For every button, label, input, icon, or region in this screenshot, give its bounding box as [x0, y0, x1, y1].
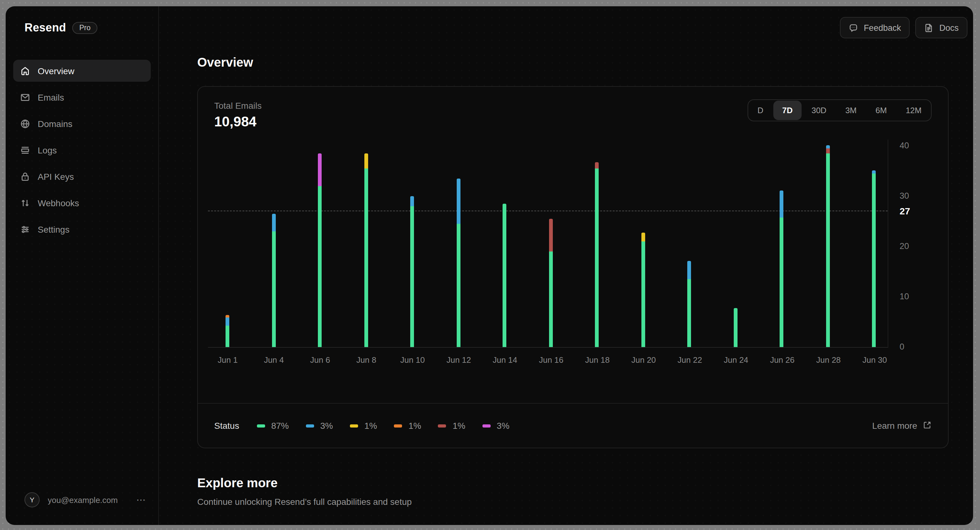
range-option-d[interactable]: D — [749, 101, 772, 120]
desktop-background: Resend Pro OverviewEmailsDomainsLogsAPI … — [0, 0, 980, 530]
arrows-up-down-icon — [19, 197, 30, 208]
legend-swatch-status-magenta — [482, 424, 490, 427]
user-email: you@example.com — [48, 495, 128, 504]
legend-item-status-orange: 1% — [394, 421, 421, 431]
bar-jun-28[interactable] — [826, 145, 830, 347]
sidebar-item-overview[interactable]: Overview — [13, 60, 151, 82]
bar-jun-1[interactable] — [226, 315, 230, 347]
total-emails-card: Total Emails 10,984 D7D30D3M6M12M Jun 1J… — [197, 86, 948, 448]
bar-jun-10[interactable] — [410, 196, 414, 347]
top-actions: Feedback Docs — [840, 17, 967, 38]
status-legend: 87%3%1%1%1%3% — [257, 421, 509, 431]
bar-segment-status-green — [734, 308, 738, 347]
x-tick-label: Jun 24 — [724, 355, 748, 365]
bar-segment-status-red — [595, 163, 599, 169]
sidebar-item-domains[interactable]: Domains — [13, 113, 151, 134]
chart: Jun 1Jun 4Jun 6Jun 8Jun 10Jun 12Jun 14Ju… — [198, 140, 948, 369]
user-row[interactable]: Y you@example.com ⋯ — [6, 492, 158, 525]
x-tick-label: Jun 16 — [539, 355, 563, 365]
legend-item-status-magenta: 3% — [482, 421, 509, 431]
legend-swatch-status-red — [438, 424, 446, 427]
feedback-button[interactable]: Feedback — [840, 17, 910, 38]
range-option-7d[interactable]: 7D — [773, 101, 801, 120]
x-tick-label: Jun 1 — [218, 355, 238, 365]
legend-swatch-status-orange — [394, 424, 402, 427]
bar-segment-status-green — [226, 326, 230, 347]
x-tick-label: Jun 30 — [862, 355, 887, 365]
sidebar-item-label: Domains — [38, 118, 73, 129]
bar-segment-status-orange — [226, 315, 230, 318]
legend-swatch-status-yellow — [350, 424, 358, 427]
docs-button[interactable]: Docs — [915, 17, 967, 38]
bar-jun-4[interactable] — [272, 214, 276, 347]
legend-item-status-red: 1% — [438, 421, 465, 431]
bar-segment-status-blue — [780, 190, 784, 217]
sidebar-item-api-keys[interactable]: API Keys — [13, 165, 151, 187]
user-menu-ellipsis-icon[interactable]: ⋯ — [136, 494, 147, 506]
sidebar: Resend Pro OverviewEmailsDomainsLogsAPI … — [6, 6, 159, 525]
x-tick-label: Jun 8 — [356, 355, 376, 365]
bar-jun-24[interactable] — [734, 308, 738, 347]
sidebar-item-label: API Keys — [38, 171, 74, 181]
bar-jun-26[interactable] — [780, 190, 784, 347]
bar-segment-status-green — [410, 206, 414, 347]
home-icon — [19, 65, 30, 76]
sidebar-spacer — [6, 240, 158, 492]
range-option-12m[interactable]: 12M — [897, 101, 931, 120]
plot-wrap: Jun 1Jun 4Jun 6Jun 8Jun 10Jun 12Jun 14Ju… — [208, 140, 888, 369]
bar-jun-8[interactable] — [364, 153, 368, 347]
legend-swatch-status-blue — [305, 424, 314, 427]
bar-jun-22[interactable] — [687, 261, 691, 347]
bar-segment-status-green — [457, 224, 460, 347]
logs-icon — [19, 145, 30, 155]
average-reference-line — [208, 211, 888, 211]
sidebar-item-label: Emails — [38, 92, 64, 102]
bar-segment-status-blue — [272, 214, 276, 231]
learn-more-link[interactable]: Learn more — [872, 420, 932, 431]
bar-segment-status-yellow — [641, 233, 645, 241]
lock-icon — [19, 171, 30, 182]
sidebar-item-logs[interactable]: Logs — [13, 139, 151, 161]
bar-jun-18[interactable] — [595, 163, 599, 347]
x-tick-label: Jun 10 — [400, 355, 425, 365]
bar-segment-status-green — [872, 174, 876, 347]
sidebar-item-webhooks[interactable]: Webhooks — [13, 192, 151, 214]
docs-button-label: Docs — [939, 23, 959, 32]
sidebar-item-settings[interactable]: Settings — [13, 218, 151, 240]
x-tick-label: Jun 28 — [816, 355, 841, 365]
document-icon — [924, 23, 934, 32]
explore-more-subtitle: Continue unlocking Resend’s full capabil… — [197, 496, 948, 507]
globe-icon — [19, 118, 30, 129]
x-tick-label: Jun 12 — [446, 355, 471, 365]
feedback-bubble-icon — [849, 23, 858, 32]
bar-jun-12[interactable] — [457, 179, 460, 347]
legend-percentage: 3% — [320, 421, 332, 431]
bar-jun-30[interactable] — [872, 170, 876, 347]
range-option-6m[interactable]: 6M — [867, 101, 896, 120]
x-tick-label: Jun 26 — [770, 355, 794, 365]
bar-segment-status-blue — [826, 145, 830, 148]
bar-jun-6[interactable] — [318, 153, 322, 347]
bar-jun-16[interactable] — [549, 219, 553, 347]
bar-segment-status-magenta — [318, 153, 322, 186]
bar-segment-status-blue — [457, 179, 460, 224]
bar-segment-status-green — [780, 217, 784, 347]
legend-item-status-yellow: 1% — [350, 421, 377, 431]
main-content: Feedback Docs Overview — [159, 6, 973, 525]
range-option-3m[interactable]: 3M — [837, 101, 865, 120]
x-tick-label: Jun 14 — [493, 355, 517, 365]
bar-segment-status-green — [687, 279, 691, 347]
legend-title: Status — [214, 421, 239, 431]
bar-segment-status-green — [549, 251, 553, 347]
bar-jun-14[interactable] — [503, 204, 507, 347]
legend-percentage: 3% — [496, 421, 509, 431]
x-axis-labels: Jun 1Jun 4Jun 6Jun 8Jun 10Jun 12Jun 14Ju… — [208, 348, 888, 369]
range-option-30d[interactable]: 30D — [803, 101, 835, 120]
sidebar-item-label: Settings — [38, 224, 69, 234]
mail-icon — [19, 92, 30, 102]
sidebar-item-emails[interactable]: Emails — [13, 86, 151, 108]
app-window: Resend Pro OverviewEmailsDomainsLogsAPI … — [6, 6, 973, 525]
brand-row: Resend Pro — [6, 6, 158, 41]
legend-percentage: 1% — [408, 421, 421, 431]
bar-jun-20[interactable] — [641, 233, 645, 347]
